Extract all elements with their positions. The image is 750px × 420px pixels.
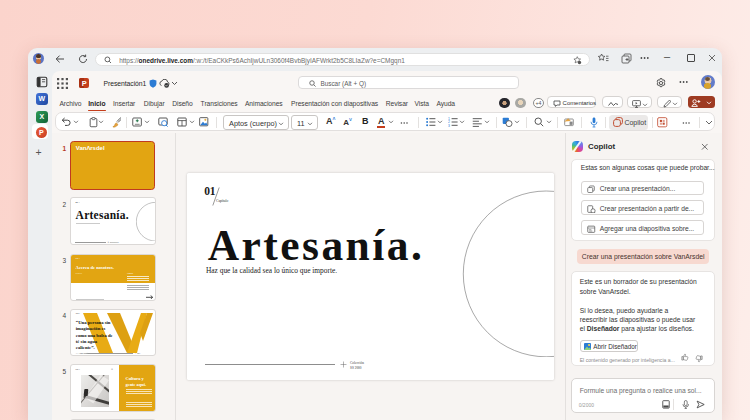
svg-text:P: P: [82, 78, 87, 87]
svg-text:3: 3: [448, 124, 450, 127]
